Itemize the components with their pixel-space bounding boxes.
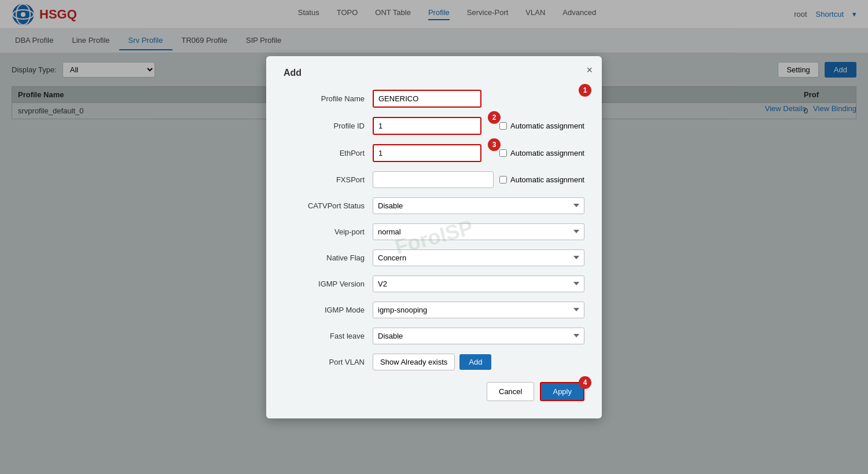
profile-id-input-wrap: 2 [373, 117, 494, 135]
ethport-auto-checkbox[interactable] [499, 149, 507, 157]
catvport-select[interactable]: Disable Enable [373, 197, 584, 214]
profile-id-label: Profile ID [284, 122, 365, 130]
fxsport-auto-label: Automatic assignment [510, 175, 584, 184]
step-badge-2: 2 [488, 111, 501, 124]
native-flag-select[interactable]: Concern Unconcern [373, 249, 584, 266]
ethport-label: EthPort [284, 149, 365, 157]
modal-overlay: ForoISP Add × Profile Name 1 Profile ID … [0, 0, 868, 474]
form-row-profile-name: Profile Name 1 [284, 90, 584, 108]
show-already-button[interactable]: Show Already exists [373, 354, 455, 370]
port-vlan-controls: Show Already exists Add [373, 354, 584, 370]
fxsport-input[interactable] [373, 171, 494, 188]
veipport-select[interactable]: normal enhanced [373, 223, 584, 240]
step-badge-1: 1 [579, 84, 591, 97]
step-badge-3: 3 [488, 138, 501, 151]
form-row-igmp-mode: IGMP Mode igmp-snooping igmp-proxy [284, 302, 584, 318]
profile-id-auto-label: Automatic assignment [510, 122, 584, 130]
apply-button[interactable]: Apply [540, 382, 584, 401]
fxsport-auto-checkbox[interactable] [499, 176, 507, 183]
fxsport-auto-area: Automatic assignment [499, 175, 584, 184]
form-row-fxsport: FXSPort Automatic assignment [284, 171, 584, 188]
port-vlan-label: Port VLAN [284, 358, 365, 366]
profile-name-input[interactable] [373, 90, 481, 108]
veipport-label: Veip-port [284, 227, 365, 236]
form-row-native-flag: Native Flag Concern Unconcern [284, 249, 584, 266]
step-badge-4: 4 [579, 376, 591, 389]
ethport-input-wrap: 3 [373, 144, 494, 162]
modal-footer: Cancel Apply 4 [284, 382, 584, 401]
ethport-auto-area: Automatic assignment [499, 149, 584, 157]
catvport-label: CATVPort Status [284, 201, 365, 210]
igmp-mode-label: IGMP Mode [284, 306, 365, 314]
profile-id-input[interactable] [373, 117, 481, 135]
form-row-catvport: CATVPort Status Disable Enable [284, 197, 584, 214]
form-row-ethport: EthPort 3 Automatic assignment [284, 144, 584, 162]
fxsport-label: FXSPort [284, 175, 365, 184]
form-row-port-vlan: Port VLAN Show Already exists Add [284, 354, 584, 370]
add-modal: ForoISP Add × Profile Name 1 Profile ID … [266, 56, 602, 418]
profile-name-label: Profile Name [284, 94, 365, 103]
form-row-veipport: Veip-port normal enhanced [284, 223, 584, 240]
profile-name-input-wrap: 1 [373, 90, 584, 108]
igmp-mode-select[interactable]: igmp-snooping igmp-proxy [373, 302, 584, 318]
profile-id-auto-checkbox[interactable] [499, 122, 507, 130]
profile-id-auto-area: Automatic assignment [499, 122, 584, 130]
fast-leave-select[interactable]: Disable Enable [373, 328, 584, 344]
add-vlan-button[interactable]: Add [459, 354, 491, 370]
ethport-auto-label: Automatic assignment [510, 149, 584, 157]
ethport-input[interactable] [373, 144, 481, 162]
modal-title: Add [284, 68, 584, 78]
modal-close-button[interactable]: × [586, 64, 593, 76]
fast-leave-label: Fast leave [284, 332, 365, 340]
cancel-button[interactable]: Cancel [487, 382, 534, 401]
igmp-version-label: IGMP Version [284, 280, 365, 288]
form-row-profile-id: Profile ID 2 Automatic assignment [284, 117, 584, 135]
native-flag-label: Native Flag [284, 253, 365, 262]
igmp-version-select[interactable]: V2 V3 [373, 275, 584, 292]
form-row-igmp-version: IGMP Version V2 V3 [284, 275, 584, 292]
form-row-fast-leave: Fast leave Disable Enable [284, 328, 584, 344]
